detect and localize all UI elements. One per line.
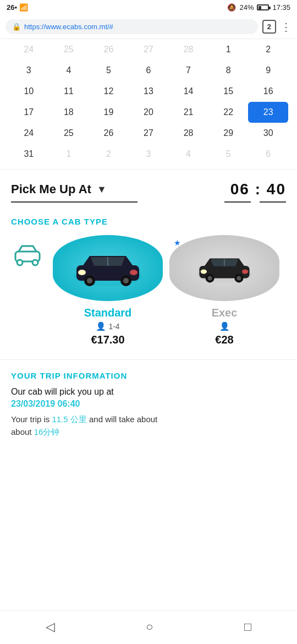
wifi-icon: 📶 — [19, 3, 28, 12]
svg-point-7 — [130, 270, 138, 275]
cal-cell[interactable]: 4 — [49, 60, 89, 81]
cal-cell[interactable]: 13 — [129, 81, 169, 102]
hour-value[interactable]: 06 — [230, 181, 250, 198]
minute-value[interactable]: 40 — [267, 181, 286, 198]
exec-car-image: ★ — [169, 235, 279, 301]
cal-cell[interactable]: 31 — [9, 144, 49, 165]
svg-point-2 — [32, 260, 38, 265]
calendar: 24 25 26 27 28 1 2 3 4 5 6 7 8 9 10 11 1… — [0, 39, 297, 165]
cal-cell[interactable]: 29 — [208, 123, 249, 144]
cal-cell[interactable]: 28 — [168, 39, 208, 60]
colon-separator: : — [255, 181, 261, 198]
car-outline-icon — [11, 241, 44, 267]
cab-card-exec[interactable]: ★ Exec 👤 €28 — [169, 235, 279, 346]
cal-cell[interactable]: 22 — [208, 102, 249, 123]
cal-cell[interactable]: 11 — [49, 81, 89, 102]
pickup-section: Pick Me Up At ▼ 06 : 40 — [0, 169, 297, 208]
cal-cell[interactable]: 26 — [89, 39, 129, 60]
hour-underline — [224, 201, 251, 203]
cal-cell[interactable]: 8 — [208, 60, 249, 81]
lock-icon: 🔒 — [12, 23, 21, 31]
cab-section-title: CHOOSE A CAB TYPE — [11, 217, 286, 226]
cal-cell-selected[interactable]: 23 — [248, 102, 288, 123]
pickup-underline — [11, 201, 138, 203]
trip-text-about: about — [11, 427, 34, 436]
signal-area: 26▪ 📶 — [7, 3, 28, 12]
cal-cell[interactable]: 21 — [168, 102, 208, 123]
cal-cell[interactable]: 27 — [129, 39, 169, 60]
trip-pickup-text: Our cab will pick you up at — [11, 387, 286, 397]
browser-bar: 🔒 https://www.ecabs.com.mt/# 2 ⋮ — [0, 15, 297, 39]
pickup-row: Pick Me Up At ▼ 06 : 40 — [11, 181, 286, 198]
trip-pickup-datetime: 23/03/2019 06:40 — [11, 399, 286, 409]
cab-type-icon — [11, 241, 44, 269]
cal-cell[interactable]: 14 — [168, 81, 208, 102]
cal-cell[interactable]: 9 — [248, 60, 288, 81]
menu-dots-icon[interactable]: ⋮ — [280, 20, 292, 34]
cal-cell[interactable]: 24 — [9, 39, 49, 60]
cal-cell[interactable]: 2 — [89, 144, 129, 165]
trip-section-title: YOUR TRIP INFORMATION — [11, 371, 286, 380]
bottom-nav: ◁ ○ □ — [0, 610, 297, 644]
cal-cell[interactable]: 1 — [208, 39, 249, 60]
cal-cell[interactable]: 3 — [9, 60, 49, 81]
battery-percent: 24% — [239, 3, 254, 12]
cab-cards-list: Standard 👤 1-4 €17.30 — [53, 235, 286, 346]
time-value[interactable]: 06 : 40 — [230, 181, 286, 198]
cal-cell[interactable]: 1 — [49, 144, 89, 165]
cal-cell[interactable]: 3 — [129, 144, 169, 165]
status-bar: 26▪ 📶 🔕 24% 17:35 — [0, 0, 297, 15]
cal-cell[interactable]: 24 — [9, 123, 49, 144]
cal-cell[interactable]: 28 — [168, 123, 208, 144]
cal-cell[interactable]: 20 — [129, 102, 169, 123]
cal-cell[interactable]: 15 — [208, 81, 249, 102]
time-display: 17:35 — [272, 3, 290, 12]
svg-point-11 — [123, 278, 129, 283]
exec-price: €28 — [215, 334, 233, 346]
standard-car-image — [53, 235, 163, 301]
cal-cell[interactable]: 4 — [168, 144, 208, 165]
cal-cell[interactable]: 26 — [89, 123, 129, 144]
tab-count[interactable]: 2 — [262, 20, 276, 34]
person-icon: 👤 — [96, 321, 106, 331]
back-button[interactable]: ◁ — [35, 618, 66, 636]
recents-button[interactable]: □ — [233, 618, 262, 636]
cal-cell[interactable]: 12 — [89, 81, 129, 102]
cal-cell[interactable]: 17 — [9, 102, 49, 123]
cal-cell[interactable]: 6 — [248, 144, 288, 165]
calendar-grid: 24 25 26 27 28 1 2 3 4 5 6 7 8 9 10 11 1… — [9, 39, 288, 165]
cab-card-standard[interactable]: Standard 👤 1-4 €17.30 — [53, 235, 163, 346]
cal-cell[interactable]: 6 — [129, 60, 169, 81]
trip-detail-text: Your trip is 11.5 公里 and will take about… — [11, 413, 286, 438]
trip-section: YOUR TRIP INFORMATION Our cab will pick … — [0, 359, 297, 449]
person-icon-exec: 👤 — [219, 321, 230, 331]
url-text: https://www.ecabs.com.mt/# — [24, 23, 113, 31]
cab-row: Standard 👤 1-4 €17.30 — [11, 235, 286, 346]
cal-cell[interactable]: 25 — [49, 39, 89, 60]
exec-car-svg — [191, 246, 257, 290]
status-right: 🔕 24% 17:35 — [227, 3, 290, 12]
svg-point-9 — [87, 278, 92, 283]
cal-cell[interactable]: 16 — [248, 81, 288, 102]
cal-cell[interactable]: 10 — [9, 81, 49, 102]
cal-cell[interactable]: 5 — [208, 144, 249, 165]
cal-cell[interactable]: 7 — [168, 60, 208, 81]
cal-cell[interactable]: 18 — [49, 102, 89, 123]
cal-cell[interactable]: 2 — [248, 39, 288, 60]
cal-cell[interactable]: 5 — [89, 60, 129, 81]
standard-pax: 👤 1-4 — [96, 321, 119, 331]
cal-cell[interactable]: 19 — [89, 102, 129, 123]
cal-cell[interactable]: 25 — [49, 123, 89, 144]
pickup-label-wrap[interactable]: Pick Me Up At ▼ — [11, 182, 107, 197]
dropdown-arrow-icon[interactable]: ▼ — [97, 184, 107, 195]
cal-cell[interactable]: 30 — [248, 123, 288, 144]
standard-car-svg — [67, 246, 149, 290]
battery-icon — [257, 4, 269, 10]
svg-point-6 — [78, 270, 86, 275]
cal-cell[interactable]: 27 — [129, 123, 169, 144]
standard-name: Standard — [84, 307, 132, 319]
svg-point-16 — [242, 269, 248, 274]
home-button[interactable]: ○ — [135, 618, 164, 636]
url-bar[interactable]: 🔒 https://www.ecabs.com.mt/# — [6, 19, 258, 34]
pickup-label: Pick Me Up At — [11, 182, 91, 197]
